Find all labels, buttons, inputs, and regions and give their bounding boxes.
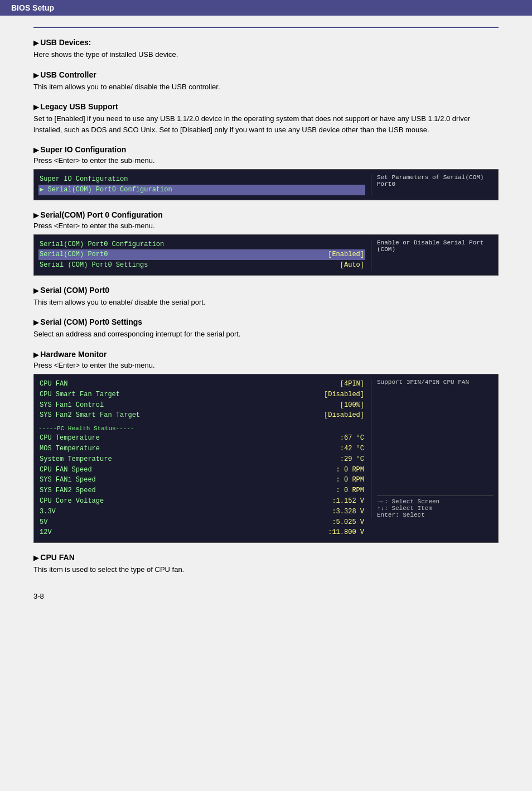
section-usb-controller-title: USB Controller [33, 70, 499, 79]
serial-com-value-3: [Auto] [340, 261, 364, 270]
section-serial-port0-settings-body: Select an address and corresponding inte… [33, 329, 499, 340]
section-cpu-fan-title: CPU FAN [33, 553, 499, 562]
hw-row-sys-temp: System Temperature :29 °C [38, 454, 365, 465]
hw-bottom-keys: →←: Select Screen ↑↓: Select Item Enter:… [377, 495, 494, 518]
hw-row-cpu-temp: CPU Temperature :67 °C [38, 433, 365, 444]
serial-com-value-2: [Enabled] [328, 250, 364, 259]
main-content: USB Devices: Here shows the type of inst… [0, 16, 532, 791]
serial-com-table-right: Enable or Disable Serial Port (COM) [371, 239, 494, 271]
hw-right-top-text: Support 3PIN/4PIN CPU FAN [377, 379, 494, 386]
serial-com-row-3: Serial (COM) Port0 Settings [Auto] [38, 260, 365, 271]
super-io-row-1: Super IO Configuration [38, 174, 365, 185]
section-legacy-usb-title: Legacy USB Support [33, 102, 499, 111]
hw-row-cpu-voltage: CPU Core Voltage :1.152 V [38, 496, 365, 507]
serial-com-row-2: Serial(COM) Port0 [Enabled] [38, 249, 365, 260]
super-io-right-text: Set Parameters of Serial(COM) Port0 [377, 174, 483, 187]
bios-header: BIOS Setup [0, 0, 532, 16]
section-hw-monitor-title: Hardware Monitor [33, 350, 499, 359]
hw-row-mos-temp: MOS Temperature :42 °C [38, 444, 365, 454]
hw-monitor-table: CPU FAN [4PIN] CPU Smart Fan Target [Dis… [33, 374, 499, 543]
super-io-table-right: Set Parameters of Serial(COM) Port0 [371, 174, 494, 195]
page-number: 3-8 [33, 592, 499, 600]
section-serial-port0-settings-title: Serial (COM) Port0 Settings [33, 317, 499, 326]
hw-row-sys-fan2-speed: SYS FAN2 Speed : 0 RPM [38, 485, 365, 496]
hw-row-sys-fan2: SYS Fan2 Smart Fan Target [Disabled] [38, 410, 365, 421]
hw-row-sys-fan1: SYS Fan1 Control [100%] [38, 400, 365, 411]
serial-com-label-2: Serial(COM) Port0 [40, 250, 108, 259]
section-usb-devices-body: Here shows the type of installed USB dev… [33, 49, 499, 60]
section-cpu-fan-body: This item is used to select the type of … [33, 564, 499, 575]
hw-separator: -----PC Health Status----- [38, 424, 365, 433]
key-select-screen: →←: Select Screen [377, 498, 494, 505]
section-serial-com-enter: Press <Enter> to enter the sub-menu. [33, 222, 499, 230]
hw-monitor-table-left: CPU FAN [4PIN] CPU Smart Fan Target [Dis… [38, 379, 371, 538]
key-select-item: ↑↓: Select Item [377, 505, 494, 512]
section-serial-port0-body: This item allows you to enable/ disable … [33, 297, 499, 308]
hw-row-12v: 12V :11.800 V [38, 527, 365, 538]
hw-row-sys-fan1-speed: SYS FAN1 Speed : 0 RPM [38, 475, 365, 485]
key-enter-select: Enter: Select [377, 512, 494, 518]
section-super-io-title: Super IO Configuration [33, 145, 499, 154]
super-io-table-left: Super IO Configuration ▶ Serial(COM) Por… [38, 174, 371, 195]
serial-com-right-text: Enable or Disable Serial Port (COM) [377, 239, 483, 253]
super-io-row-2: ▶ Serial(COM) Port0 Configuration [38, 185, 365, 195]
hw-row-cpu-fan: CPU FAN [4PIN] [38, 379, 365, 389]
super-io-label-1: Super IO Configuration [40, 175, 128, 184]
hw-row-3v3: 3.3V :3.328 V [38, 507, 365, 517]
section-usb-controller-body: This item allows you to enable/ disable … [33, 81, 499, 93]
section-legacy-usb-body: Set to [Enabled] if you need to use any … [33, 113, 499, 135]
serial-com-table: Serial(COM) Port0 Configuration Serial(C… [33, 234, 499, 276]
hw-monitor-table-right: Support 3PIN/4PIN CPU FAN →←: Select Scr… [371, 379, 494, 518]
serial-com-row-1: Serial(COM) Port0 Configuration [38, 239, 365, 250]
serial-com-table-left: Serial(COM) Port0 Configuration Serial(C… [38, 239, 371, 271]
header-title: BIOS Setup [11, 3, 54, 12]
serial-com-label-1: Serial(COM) Port0 Configuration [40, 240, 164, 249]
section-super-io-enter: Press <Enter> to enter the sub-menu. [33, 156, 499, 165]
section-usb-devices-title: USB Devices: [33, 38, 499, 47]
section-serial-port0-title: Serial (COM) Port0 [33, 286, 499, 295]
serial-com-label-3: Serial (COM) Port0 Settings [40, 261, 148, 270]
section-serial-com-title: Serial(COM) Port 0 Configuration [33, 210, 499, 219]
section-hw-monitor-enter: Press <Enter> to enter the sub-menu. [33, 361, 499, 369]
hw-row-cpu-smart-fan: CPU Smart Fan Target [Disabled] [38, 389, 365, 400]
hw-row-5v: 5V :5.025 V [38, 517, 365, 528]
hw-row-cpu-fan-speed: CPU FAN Speed : 0 RPM [38, 465, 365, 475]
super-io-table: Super IO Configuration ▶ Serial(COM) Por… [33, 169, 499, 200]
super-io-label-2: ▶ Serial(COM) Port0 Configuration [40, 185, 172, 195]
